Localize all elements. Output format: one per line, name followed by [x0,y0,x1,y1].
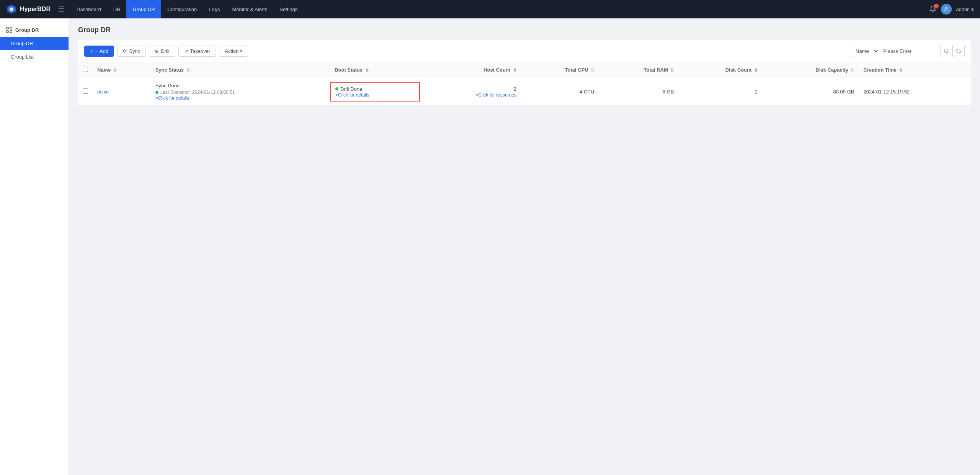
svg-rect-3 [10,27,12,29]
boot-status-inner: Drill Done [335,86,415,92]
row-sync-status-cell: Sync Done Last Snapshot: 2024-01-12 08:0… [151,78,330,106]
sync-status-text: Sync Done [155,83,325,88]
col-creation-time[interactable]: Creation Time ⇅ [859,62,971,78]
user-avatar[interactable] [941,4,952,15]
nav-monitor-alerts[interactable]: Monitor & Alerts [226,0,273,18]
col-total-cpu[interactable]: Total CPU ⇅ [521,62,599,78]
notification-icon[interactable]: 1 [929,5,936,13]
hamburger-icon[interactable]: ☰ [58,5,64,13]
sort-host-icon: ⇅ [513,68,516,72]
sync-status-dot [155,91,158,94]
search-box: Name [850,45,965,57]
sidebar: Group DR Group DR Group List [0,18,69,475]
sidebar-section-title: Group DR [15,27,39,33]
disk-capacity-value: 80.00 GB [833,89,854,95]
sync-button[interactable]: ⟳ Sync [117,46,146,57]
app-name: HyperBDR [20,6,51,13]
chevron-down-icon: ▾ [971,7,974,12]
select-all-header [78,62,93,78]
nav-dr[interactable]: DR [107,0,127,18]
col-total-ram[interactable]: Total RAM ⇅ [599,62,678,78]
row-name-link[interactable]: demo [97,89,109,95]
svg-point-1 [945,7,947,9]
sort-ram-icon: ⇅ [670,68,674,72]
boot-click-details[interactable]: >Click for details [335,92,369,98]
drill-button[interactable]: ⊕ Drill [149,46,175,57]
sync-click-details[interactable]: >Click for details [155,95,189,101]
host-click-resources[interactable]: >Click for resources [475,92,516,98]
boot-status-highlighted: Drill Done >Click for details [330,82,420,102]
sidebar-item-group-list[interactable]: Group List [0,50,69,64]
total-cpu-value: 4 CPU [580,89,594,95]
row-disk-count-cell: 2 [678,78,762,106]
toolbar: + + Add ⟳ Sync ⊕ Drill ↗ Takeover Action… [78,40,971,62]
col-host-count[interactable]: Host Count ⇅ [420,62,521,78]
sidebar-section-group-dr[interactable]: Group DR [0,23,69,37]
action-chevron-icon: ▾ [240,49,242,54]
row-host-count-cell: 2 >Click for resources [420,78,521,106]
notification-badge: 1 [934,4,939,8]
row-total-cpu-cell: 4 CPU [521,78,599,106]
search-button[interactable] [940,45,952,57]
sync-last-snapshot: Last Snapshot: 2024-01-12 08:00:51 [155,90,325,95]
boot-status-dot [335,87,338,90]
row-disk-capacity-cell: 80.00 GB [762,78,859,106]
table-row: demo Sync Done Last Snapshot: 2024-01-12… [78,78,971,106]
nav-logs[interactable]: Logs [203,0,226,18]
col-disk-count[interactable]: Disk Count ⇅ [678,62,762,78]
col-disk-capacity[interactable]: Disk Capacity ⇅ [762,62,859,78]
sort-sync-icon: ⇅ [186,68,190,72]
search-input[interactable] [879,45,940,57]
row-checkbox[interactable] [83,88,88,94]
col-boot-status[interactable]: Boot Status ⇅ [330,62,420,78]
creation-time-value: 2024-01-12 15:19:52 [863,89,910,95]
sync-snapshot-text: Last Snapshot: 2024-01-12 08:00:51 [160,90,235,95]
takeover-button[interactable]: ↗ Takeover [178,46,216,57]
data-table: Name ⇅ Sync Status ⇅ Boot Status ⇅ Hos [78,62,971,105]
row-creation-time-cell: 2024-01-12 15:19:52 [859,78,971,106]
sort-capacity-icon: ⇅ [851,68,854,72]
row-name-cell: demo [93,78,151,106]
data-table-wrapper: Name ⇅ Sync Status ⇅ Boot Status ⇅ Hos [78,62,971,105]
svg-rect-2 [7,27,8,29]
search-filter-select[interactable]: Name [850,45,879,57]
sort-diskcount-icon: ⇅ [754,68,758,72]
topnav-right: 1 admin ▾ [929,4,974,15]
row-boot-status-cell: Drill Done >Click for details [330,78,420,106]
select-all-checkbox[interactable] [83,67,88,72]
total-ram-value: 8 GB [663,89,674,95]
svg-point-0 [10,8,13,11]
sidebar-item-group-dr[interactable]: Group DR [0,37,69,50]
add-button[interactable]: + + Add [84,46,114,57]
action-dropdown[interactable]: Action ▾ [219,46,248,57]
sort-time-icon: ⇅ [899,68,903,72]
drill-icon: ⊕ [155,48,159,54]
nav-dashboard[interactable]: Dashboard [70,0,107,18]
main-content: Group DR + + Add ⟳ Sync ⊕ Drill ↗ Takeov… [69,18,980,475]
refresh-button[interactable] [952,45,965,57]
svg-point-6 [944,49,948,52]
nav-group-dr[interactable]: Group DR [126,0,161,18]
app-logo[interactable]: HyperBDR [6,4,51,15]
nav-configuration[interactable]: Configuration [161,0,203,18]
admin-menu[interactable]: admin ▾ [956,7,974,12]
sort-name-icon: ⇅ [113,68,117,72]
host-count-value: 2 [425,86,516,92]
disk-count-value: 2 [755,89,758,95]
svg-rect-5 [10,31,12,33]
col-sync-status[interactable]: Sync Status ⇅ [151,62,330,78]
page-title: Group DR [78,26,971,34]
nav-items: Dashboard DR Group DR Configuration Logs… [70,0,926,18]
nav-settings[interactable]: Settings [273,0,304,18]
main-layout: Group DR Group DR Group List Group DR + … [0,18,980,475]
svg-rect-4 [7,31,8,33]
sync-icon: ⟳ [123,48,127,54]
col-name[interactable]: Name ⇅ [93,62,151,78]
sort-cpu-icon: ⇅ [591,68,594,72]
add-icon: + [90,48,93,54]
boot-status-text: Drill Done [340,86,362,92]
row-checkbox-cell [78,78,93,106]
top-navigation: HyperBDR ☰ Dashboard DR Group DR Configu… [0,0,980,18]
takeover-icon: ↗ [184,48,188,54]
table-header-row: Name ⇅ Sync Status ⇅ Boot Status ⇅ Hos [78,62,971,78]
